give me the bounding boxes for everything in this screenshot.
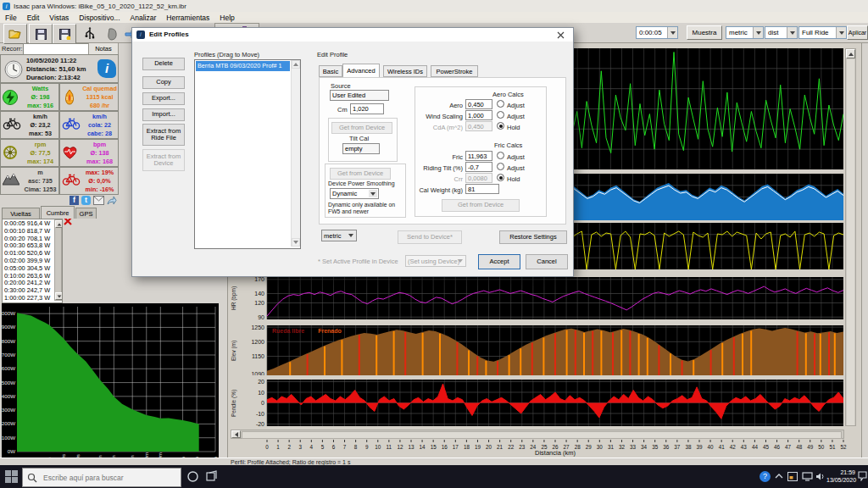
aero-input[interactable]: 0,450	[465, 99, 492, 109]
muestra-button[interactable]: Muestra	[687, 25, 722, 40]
fric-hold-radio[interactable]	[497, 174, 504, 181]
email-icon[interactable]	[93, 196, 104, 205]
chart-hscrollbar[interactable]	[231, 430, 844, 439]
cancel-button[interactable]: Cancel	[526, 254, 568, 269]
lap-tab-cumbre[interactable]: Cumbre	[41, 206, 75, 219]
export-button[interactable]: Export...	[142, 92, 185, 105]
stat-cell-bpm: bpmØ: 138max: 168	[59, 139, 119, 167]
stat-line: Ø: 0,0%	[81, 177, 119, 186]
notas-tab[interactable]: Notas	[88, 42, 119, 55]
export-label: Export...	[152, 95, 175, 102]
share-icon[interactable]	[107, 196, 117, 205]
save-button[interactable]	[29, 24, 53, 44]
peak-power-row[interactable]: 1:00:00 227,3 W	[3, 295, 52, 302]
search-input[interactable]	[42, 473, 172, 483]
help-glyph: ?	[763, 472, 767, 480]
restore-label: Restore Settings	[509, 234, 556, 241]
open-file-button[interactable]	[3, 24, 27, 44]
menu-item-file[interactable]: File	[0, 14, 22, 22]
app-titlebar: i Isaac para Windows: iBike_05_10_2020_1…	[0, 0, 868, 13]
axis-combo[interactable]: dist	[765, 26, 798, 39]
cortana-icon[interactable]	[186, 470, 199, 483]
stat-cell-max%: max: 19%Ø: 0,0%min: -16%	[59, 167, 119, 195]
network-icon[interactable]	[802, 472, 813, 481]
tray-chevron-icon[interactable]	[775, 473, 783, 480]
peak-list-scrollbar[interactable]	[54, 219, 62, 301]
lap-tab-vueltas[interactable]: Vueltas	[2, 208, 40, 219]
dialog-close-icon[interactable]	[556, 30, 565, 40]
facebook-icon[interactable]: f	[70, 196, 79, 205]
tray-help-icon[interactable]: ?	[760, 471, 771, 482]
aero-adjust-radio[interactable]	[497, 100, 504, 108]
save-as-button[interactable]	[53, 24, 76, 44]
apply-label: Aplicar	[849, 30, 866, 36]
accept-button[interactable]: Accept	[478, 254, 520, 269]
aero-hold-radio[interactable]	[497, 122, 504, 130]
dialog-titlebar[interactable]: i Edit Profiles	[132, 28, 573, 42]
menu-item-vistas[interactable]: Vistas	[44, 14, 74, 22]
slope-axis-title: Pendie (%)	[231, 380, 236, 426]
menu-item-edit[interactable]: Edit	[22, 14, 45, 22]
cda-label: CdA (m^2)	[420, 124, 463, 131]
dps-select[interactable]: Dynamic	[330, 188, 379, 199]
range-combo[interactable]: Full Ride	[798, 26, 847, 39]
interval-combo[interactable]: 0:00:05	[636, 26, 678, 39]
start-button[interactable]	[5, 470, 18, 483]
dialog-units-select[interactable]: metric	[321, 230, 357, 241]
task-view-icon[interactable]	[206, 470, 219, 483]
riding-tilt-input[interactable]: -0,7	[465, 162, 492, 172]
fric-adjust-radio[interactable]	[497, 152, 504, 159]
elevation-chart[interactable]: 1250120011501090Rueda libreFrenado	[246, 325, 843, 379]
tab-powerstroke[interactable]: PowerStroke	[431, 65, 478, 77]
hr-chart[interactable]: 17014012090	[246, 277, 843, 323]
calories-icon	[62, 89, 77, 109]
tray-clock[interactable]: 21:59 13/05/2020	[826, 469, 855, 484]
import-button[interactable]: Import...	[142, 108, 185, 121]
svg-text:-20: -20	[256, 421, 264, 426]
taskbar: S 35 e i ? 21:59 13/05/2020	[0, 465, 868, 488]
chart-vscrollbar[interactable]	[845, 48, 856, 426]
tab-advanced[interactable]: Advanced	[342, 64, 380, 77]
bike-black-icon	[3, 117, 21, 133]
lap-tab-gps[interactable]: GPS	[75, 208, 97, 219]
slope-chart[interactable]: 20100-10-20	[246, 380, 843, 430]
stat-cell-km/h: km/hØ: 23,2max: 53	[0, 111, 59, 139]
cm-input[interactable]: 1,020	[350, 103, 384, 114]
profiles-list-label: Profiles (Drag to Move)	[194, 51, 259, 58]
apply-button[interactable]: Aplicar	[847, 25, 868, 40]
profiles-scrollbar[interactable]	[291, 60, 300, 247]
aero-adjust-label: Adjust	[507, 102, 525, 109]
tab-wireless-ids[interactable]: Wireless IDs	[383, 65, 427, 77]
wind-input[interactable]: 1,000	[465, 110, 492, 120]
menu-item-help[interactable]: Help	[214, 14, 239, 22]
extract-ride-button[interactable]: Extract from Ride File	[142, 124, 185, 146]
delete-button[interactable]: Delete	[142, 58, 185, 70]
menu-item-herramientas[interactable]: Herramientas	[161, 14, 214, 22]
cal-weight-value: 81	[468, 186, 475, 193]
units-combo[interactable]: metric	[726, 26, 764, 39]
twitter-icon[interactable]: t	[81, 196, 91, 205]
profiles-listbox[interactable]: Berria MTB 09/03/2020 Prof# 1	[194, 59, 301, 249]
wind-adjust-radio[interactable]	[497, 111, 504, 119]
fric-input[interactable]: 11,963	[465, 151, 492, 161]
volume-icon[interactable]	[815, 472, 826, 481]
taskbar-search[interactable]	[22, 468, 181, 487]
menu-item-analizar[interactable]: Analizar	[125, 14, 162, 22]
cal-weight-input[interactable]: 81	[465, 184, 499, 194]
menu-item-dispositivo[interactable]: Dispositivo...	[74, 14, 125, 22]
range-value: Full Ride	[802, 29, 829, 36]
peak-power-list[interactable]: 0:00:05 916,4 W0:00:10 818,7 W0:00:20 70…	[2, 219, 63, 303]
tilt-adjust-radio[interactable]	[497, 163, 504, 170]
recorr-input[interactable]	[23, 43, 89, 55]
usb-connect-button[interactable]	[78, 24, 102, 44]
profile-item-selected[interactable]: Berria MTB 09/03/2020 Prof# 1	[196, 61, 290, 71]
copy-button[interactable]: Copy	[142, 76, 185, 89]
tab-basic[interactable]: Basic	[319, 65, 342, 77]
cm-label: Cm	[337, 106, 348, 114]
restore-settings-button[interactable]: Restore Settings	[499, 230, 567, 244]
bike-red-icon	[62, 173, 81, 189]
ride-date: 10/05/2020 11:22	[26, 57, 99, 65]
power-duration-chart[interactable]: 0W100W200W300W400W500W600W700W800W900W10…	[2, 303, 219, 464]
action-center-icon[interactable]	[858, 471, 867, 481]
tray-app-icon[interactable]	[787, 472, 798, 481]
